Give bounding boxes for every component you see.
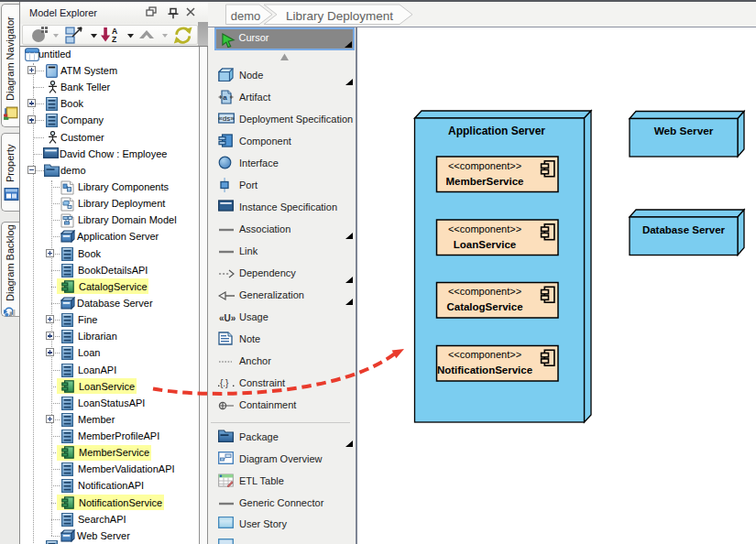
svg-text:{.}: {.}	[220, 378, 229, 388]
svg-text:a: a	[223, 93, 227, 102]
svg-text:«ds»: «ds»	[218, 114, 235, 123]
svg-text:Library Deployment: Library Deployment	[286, 9, 393, 23]
svg-text:«U»: «U»	[219, 313, 236, 323]
svg-text:Z: Z	[112, 35, 116, 44]
svg-text:A: A	[112, 27, 117, 36]
svg-text:demo: demo	[231, 9, 261, 23]
